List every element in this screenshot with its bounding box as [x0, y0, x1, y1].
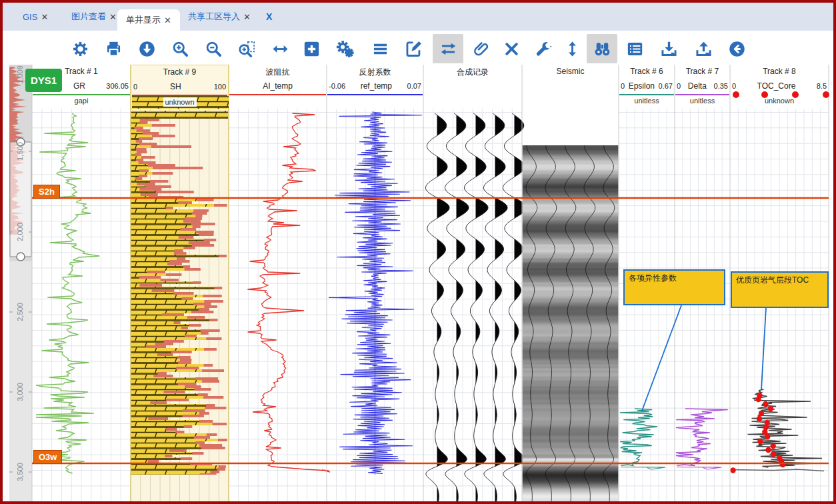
tab-4[interactable]: 共享工区导入✕	[188, 3, 251, 31]
toolbar-fit-width-button[interactable]	[265, 34, 295, 63]
scale-min: -0.06	[329, 82, 345, 90]
track-header-track6[interactable]: Track # 60Epsilon0.67unitless	[619, 65, 675, 109]
settings-icon	[71, 40, 89, 58]
track-header-seismic[interactable]: Seismic	[522, 65, 619, 109]
attach-icon	[473, 40, 491, 58]
well-selector-button[interactable]: DYS1	[25, 69, 62, 92]
curve-name: AI_temp	[263, 81, 293, 91]
track-title: Track # 9	[131, 67, 228, 77]
track-header-reflectivity[interactable]: 反射系数-0.06ref_temp0.07	[327, 65, 423, 109]
toolbar-wrench-button[interactable]	[528, 34, 559, 63]
toolbar-circle-down-button[interactable]	[131, 34, 162, 63]
track-title: 合成记录	[423, 67, 522, 78]
advanced-settings-icon	[336, 40, 354, 58]
toolbar-search-button[interactable]	[587, 34, 617, 63]
svg-text:1,500: 1,500	[16, 142, 24, 161]
horizon-label-O3w[interactable]: O3w	[33, 450, 62, 464]
toolbar-print-button[interactable]	[98, 34, 129, 63]
tab-close-icon[interactable]: ✕	[243, 12, 251, 22]
curve-color-line	[229, 94, 326, 95]
track-header-track7[interactable]: Track # 70Delta0.35unitless	[675, 65, 730, 109]
toolbar-add-button[interactable]	[296, 34, 327, 63]
curve-name: TOC_Core	[757, 81, 796, 91]
tab-label: 图片查看	[71, 11, 106, 23]
tab-close-icon[interactable]: ✕	[164, 15, 171, 25]
close-icon	[503, 40, 521, 58]
lithology-legend: unknown	[132, 96, 227, 109]
tab-3[interactable]: 单井显示✕	[117, 9, 180, 31]
curve-color-line	[327, 94, 423, 95]
zoom-out-icon	[205, 40, 223, 58]
toolbar-zoom-out-button[interactable]	[198, 34, 229, 63]
annotation-box-2[interactable]: 优质页岩气层段TOC	[731, 271, 829, 308]
scale-max: 306.05	[106, 82, 129, 90]
track-title: Seismic	[522, 67, 619, 76]
tab-bar: GIS✕图片查看✕单井显示✕共享工区导入✕X	[3, 3, 833, 31]
track-scale-row: AI_temp	[231, 81, 325, 91]
curve-color-line	[33, 94, 130, 95]
tab-label: 单井显示	[126, 14, 161, 26]
toolbar-settings-button[interactable]	[65, 34, 95, 63]
track-header-track8[interactable]: Track # 80TOC_Core8.5unknown	[730, 65, 829, 109]
track-list-icon	[626, 40, 644, 58]
tab-close-icon[interactable]: ✕	[109, 12, 117, 22]
epsilon-curve	[620, 409, 657, 466]
horizon-label-S2h[interactable]: S2h	[33, 185, 60, 199]
track-unit: unitless	[619, 97, 675, 105]
scale-max: 100	[214, 83, 226, 91]
scale-min: 0	[133, 83, 137, 91]
toolbar-close-button[interactable]	[496, 34, 527, 63]
scale-min: 0	[677, 82, 681, 90]
track-scale-row: 0Delta0.35	[677, 81, 728, 91]
track-header-impedance[interactable]: 波阻抗AI_temp	[229, 65, 327, 109]
track-header-track9[interactable]: Track # 90SH100unknown	[131, 65, 229, 109]
track-title: 反射系数	[327, 67, 423, 78]
tab-1[interactable]: GIS✕	[23, 3, 48, 31]
tab-2[interactable]: 图片查看✕	[71, 3, 117, 31]
curve-color-line	[675, 94, 729, 95]
fit-height-icon	[563, 40, 581, 58]
annotation-leader-1	[642, 305, 681, 411]
annotation-box-1[interactable]: 各项异性参数	[623, 269, 725, 305]
toolbar-advanced-settings-button[interactable]	[329, 34, 360, 63]
toolbar-menu-button[interactable]	[365, 34, 395, 63]
track-title: Track # 8	[730, 67, 829, 76]
lithology-label: unknown	[163, 97, 196, 107]
svg-text:3,500: 3,500	[16, 463, 24, 481]
scale-min: 0	[732, 82, 736, 90]
curve-name: SH	[170, 82, 181, 91]
gr-curve	[36, 113, 99, 473]
edit-icon	[405, 40, 423, 58]
scale-max: 0.67	[659, 82, 673, 90]
toolbar-back-button[interactable]	[721, 34, 752, 63]
track-scale-row: 0Epsilon0.67	[621, 81, 673, 91]
curve-name: Epsilon	[629, 81, 655, 91]
curve-name: Delta	[688, 81, 707, 91]
tab-close-icon[interactable]: ✕	[41, 12, 48, 22]
toolbar-export-button[interactable]	[688, 34, 719, 63]
toolbar-edit-button[interactable]	[398, 34, 429, 63]
swap-tracks-icon	[439, 40, 457, 58]
extra-tab[interactable]: X	[266, 3, 272, 31]
svg-text:3,000: 3,000	[16, 383, 24, 401]
toolbar-fit-height-button[interactable]	[557, 34, 587, 63]
toolbar-import-button[interactable]	[653, 34, 684, 63]
curve-color-line	[619, 94, 674, 95]
window-handle-bottom[interactable]	[17, 253, 25, 261]
scale-max: 0.07	[407, 82, 421, 90]
track-scale-row: 0TOC_Core8.5	[732, 81, 827, 91]
toolbar-zoom-region-button[interactable]	[231, 34, 262, 63]
track-title: 波阻抗	[229, 67, 327, 78]
print-icon	[105, 40, 123, 58]
toolbar-swap-tracks-button[interactable]	[433, 34, 463, 63]
tab-label: 共享工区导入	[188, 11, 240, 23]
wrench-icon	[535, 40, 553, 58]
toolbar-track-list-button[interactable]	[619, 34, 650, 63]
zoom-in-icon	[171, 40, 189, 58]
track-unit: unitless	[675, 97, 730, 105]
track-unit: gapi	[32, 97, 131, 105]
toolbar-attach-button[interactable]	[466, 34, 497, 63]
track-header-synthetic[interactable]: 合成记录	[423, 65, 522, 109]
track-title: Track # 7	[675, 67, 730, 76]
toolbar-zoom-in-button[interactable]	[165, 34, 195, 63]
